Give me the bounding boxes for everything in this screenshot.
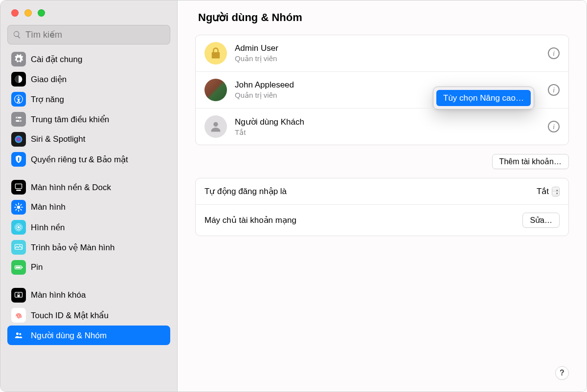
sidebar-item-label: Quyền riêng tư & Bảo mật (31, 154, 128, 165)
lockscreen-icon (11, 288, 26, 303)
sidebar-item-label: Trung tâm điều khiển (31, 114, 109, 125)
auto-login-label: Tự động đăng nhập là (204, 186, 287, 196)
info-button[interactable]: i (548, 84, 560, 96)
svg-point-11 (18, 226, 20, 229)
sidebar-item-label: Màn hình nền & Dock (31, 182, 111, 193)
sidebar-item-label: Trình bảo vệ Màn hình (31, 242, 115, 253)
sidebar-item-label: Màn hình (31, 202, 66, 212)
search-field[interactable] (7, 25, 170, 44)
svg-rect-4 (16, 120, 22, 122)
svg-point-6 (19, 120, 21, 122)
lock-avatar-icon (204, 42, 227, 65)
advanced-options-menu-item[interactable]: Tùy chọn Nâng cao… (436, 90, 531, 106)
control-center-icon (11, 112, 26, 127)
sidebar-item-gear[interactable]: Cài đặt chung (7, 49, 170, 69)
search-icon (13, 30, 22, 39)
sidebar-item-siri[interactable]: Siri & Spotlight (7, 130, 170, 149)
close-window-button[interactable] (11, 9, 19, 17)
svg-point-7 (15, 136, 23, 143)
user-name: Admin User (235, 44, 540, 53)
appearance-icon (11, 72, 26, 87)
sidebar-item-label: Người dùng & Nhóm (31, 330, 107, 341)
sidebar-item-label: Màn hình khóa (31, 290, 86, 300)
svg-rect-3 (16, 117, 22, 118)
sidebar-item-battery[interactable]: Pin (7, 258, 170, 277)
auto-login-select[interactable]: Tắt ▴▾ (537, 186, 560, 196)
sidebar-nav: Cài đặt chungGiao diệnTrợ năngTrung tâm … (0, 49, 177, 392)
sidebar-item-lockscreen[interactable]: Màn hình khóa (7, 285, 170, 305)
network-account-row: Máy chủ tài khoản mạng Sửa… (196, 204, 568, 236)
user-row-guest[interactable]: Người dùng Khách Tắt i (196, 108, 568, 145)
sidebar-item-screensaver[interactable]: Trình bảo vệ Màn hình (7, 238, 170, 257)
svg-point-10 (17, 206, 21, 209)
user-role: Quản trị viên (235, 54, 540, 63)
sidebar-item-privacy[interactable]: Quyền riêng tư & Bảo mật (7, 150, 170, 169)
info-button[interactable]: i (548, 121, 560, 132)
sidebar-item-label: Pin (31, 262, 43, 272)
svg-rect-16 (22, 266, 23, 268)
sidebar-item-appearance[interactable]: Giao diện (7, 69, 170, 89)
svg-rect-8 (15, 184, 22, 188)
user-row-john[interactable]: John Appleseed Quản trị viên i Tùy chọn … (196, 71, 568, 108)
wallpaper-icon (11, 220, 26, 235)
sidebar-item-touchid[interactable]: Touch ID & Mật khẩu (7, 305, 170, 325)
touchid-icon (11, 308, 26, 323)
sidebar-item-users[interactable]: Người dùng & Nhóm (7, 326, 170, 345)
svg-point-21 (213, 122, 218, 127)
search-input[interactable] (25, 30, 165, 40)
svg-point-5 (17, 117, 18, 118)
add-account-button[interactable]: Thêm tài khoản… (492, 154, 569, 169)
sidebar-item-label: Hình nền (31, 222, 65, 233)
users-icon (11, 328, 26, 343)
context-menu: Tùy chọn Nâng cao… (433, 87, 534, 109)
chevron-stepper-icon (552, 187, 560, 196)
sidebar-item-accessibility[interactable]: Trợ năng (7, 89, 170, 109)
sidebar-item-label: Touch ID & Mật khẩu (31, 310, 109, 321)
titlebar (0, 0, 177, 25)
siri-icon (11, 132, 26, 147)
svg-point-19 (16, 332, 19, 335)
dock-icon (11, 180, 26, 195)
screensaver-icon (11, 240, 26, 255)
displays-icon (11, 200, 26, 215)
battery-icon (11, 260, 26, 275)
help-button[interactable]: ? (555, 366, 569, 380)
user-name: Người dùng Khách (235, 117, 540, 127)
user-role: Tắt (235, 128, 540, 137)
sidebar-item-dock[interactable]: Màn hình nền & Dock (7, 177, 170, 197)
settings-panel: Tự động đăng nhập là Tắt ▴▾ Máy chủ tài … (195, 178, 569, 236)
zoom-window-button[interactable] (38, 9, 45, 17)
auto-login-row: Tự động đăng nhập là Tắt ▴▾ (196, 178, 568, 204)
user-avatar-photo (204, 79, 227, 101)
accessibility-icon (11, 92, 26, 107)
main-content: Người dùng & Nhóm Admin User Quản trị vi… (178, 0, 587, 392)
user-row-admin[interactable]: Admin User Quản trị viên i (196, 35, 568, 71)
sidebar: Cài đặt chungGiao diệnTrợ năngTrung tâm … (0, 0, 178, 392)
svg-rect-18 (18, 295, 20, 297)
sidebar-item-label: Siri & Spotlight (31, 134, 86, 144)
svg-rect-9 (16, 190, 21, 191)
minimize-window-button[interactable] (24, 9, 32, 17)
network-edit-button[interactable]: Sửa… (522, 213, 560, 228)
info-button[interactable]: i (548, 47, 560, 59)
users-panel: Admin User Quản trị viên i John Applesee… (195, 35, 569, 145)
network-account-label: Máy chủ tài khoản mạng (204, 215, 296, 225)
sidebar-item-label: Giao diện (31, 74, 67, 85)
page-title: Người dùng & Nhóm (198, 11, 569, 24)
svg-point-2 (18, 96, 19, 98)
sidebar-item-displays[interactable]: Màn hình (7, 197, 170, 217)
system-settings-window: Cài đặt chungGiao diệnTrợ năngTrung tâm … (0, 0, 587, 392)
privacy-icon (11, 152, 26, 167)
svg-point-20 (19, 333, 21, 335)
sidebar-item-label: Cài đặt chung (31, 54, 82, 65)
guest-avatar-icon (204, 115, 227, 138)
sidebar-item-label: Trợ năng (31, 94, 64, 105)
svg-rect-15 (16, 266, 21, 268)
sidebar-item-control-center[interactable]: Trung tâm điều khiển (7, 109, 170, 129)
sidebar-item-wallpaper[interactable]: Hình nền (7, 218, 170, 237)
gear-icon (11, 52, 26, 66)
